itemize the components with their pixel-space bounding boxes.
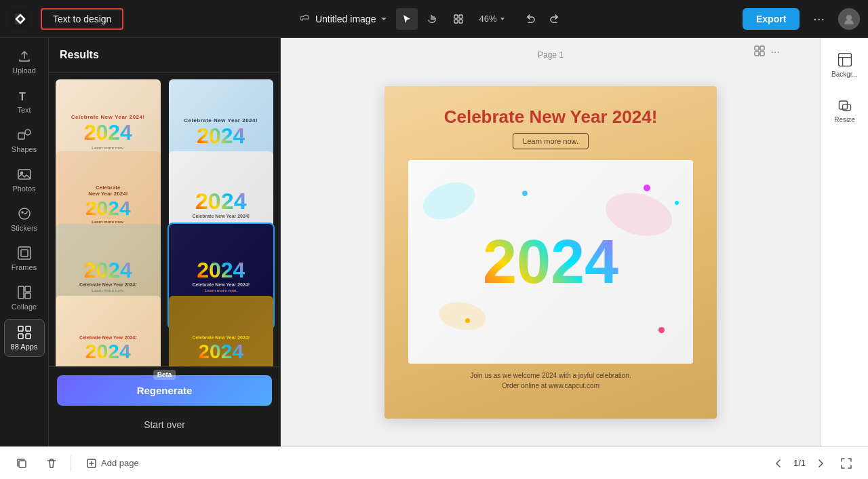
firework-dot bbox=[465, 318, 470, 323]
canvas-area: Page 1 ··· Celebrate New Year 2024! Lear… bbox=[281, 38, 821, 446]
stickers-icon bbox=[17, 206, 32, 221]
next-page-button[interactable] bbox=[811, 454, 830, 473]
page-nav: 1/1 bbox=[769, 453, 857, 474]
svg-point-5 bbox=[846, 15, 852, 20]
svg-point-12 bbox=[22, 212, 23, 213]
panel-bottom: Beta Regenerate Start over bbox=[49, 366, 280, 446]
svg-rect-1 bbox=[454, 15, 458, 18]
shapes-icon bbox=[17, 128, 32, 142]
panel-header: Results bbox=[49, 38, 280, 73]
redo-button[interactable] bbox=[544, 8, 566, 30]
fullscreen-button[interactable] bbox=[835, 453, 857, 474]
chevron-down-icon bbox=[499, 16, 506, 22]
sidebar-item-stickers[interactable]: Stickers bbox=[4, 201, 45, 237]
sidebar-item-apps[interactable]: 88 Apps bbox=[4, 319, 45, 357]
photos-icon bbox=[17, 167, 32, 182]
export-button[interactable]: Export bbox=[743, 8, 800, 30]
start-over-button[interactable]: Start over bbox=[57, 411, 272, 438]
svg-rect-18 bbox=[18, 326, 23, 331]
sidebar-item-upload[interactable]: Upload bbox=[4, 43, 45, 80]
firework-dot bbox=[644, 185, 650, 191]
svg-rect-16 bbox=[25, 286, 31, 292]
select-tool-button[interactable] bbox=[396, 8, 418, 30]
regenerate-button[interactable]: Beta Regenerate bbox=[57, 375, 272, 406]
sidebar-item-shapes[interactable]: Shapes bbox=[4, 122, 45, 159]
trash-icon bbox=[45, 457, 58, 470]
toolbar-icons: 46% bbox=[396, 8, 511, 30]
prev-page-button[interactable] bbox=[769, 454, 788, 473]
svg-rect-19 bbox=[26, 326, 31, 331]
svg-rect-23 bbox=[760, 46, 764, 50]
page-counter: 1/1 bbox=[793, 458, 806, 468]
sidebar-item-text[interactable]: T Text bbox=[4, 83, 45, 119]
template-card-7[interactable]: Celebrate New Year 2024! 2024 bbox=[54, 294, 162, 366]
add-page-button[interactable]: Add page bbox=[79, 454, 146, 473]
svg-rect-17 bbox=[25, 293, 31, 299]
svg-rect-24 bbox=[755, 52, 759, 56]
chevron-left-icon bbox=[774, 459, 783, 468]
svg-rect-20 bbox=[18, 334, 23, 339]
copy-icon bbox=[16, 457, 28, 470]
template-card-8[interactable]: Celebrate New Year 2024! 2024 bbox=[167, 294, 275, 366]
cloud-icon bbox=[300, 14, 311, 24]
topbar-center: Untitled image 46% bbox=[132, 8, 734, 30]
bottombar: Add page 1/1 bbox=[0, 446, 868, 479]
fullscreen-icon bbox=[840, 457, 852, 470]
svg-rect-25 bbox=[760, 52, 764, 56]
svg-rect-7 bbox=[18, 133, 24, 139]
chevron-down-icon bbox=[380, 15, 388, 23]
canvas-footer: Join us as we welcome 2024 with a joyful… bbox=[470, 372, 631, 392]
sidebar-item-frames[interactable]: Frames bbox=[4, 240, 45, 277]
svg-rect-21 bbox=[26, 334, 31, 339]
undo-button[interactable] bbox=[519, 8, 541, 30]
add-icon bbox=[86, 458, 97, 469]
sidebar-item-photos[interactable]: Photos bbox=[4, 161, 45, 198]
zoom-control[interactable]: 46% bbox=[473, 11, 511, 26]
topbar: Text to design Untitled image 46% bbox=[0, 0, 868, 38]
right-panel-resize[interactable]: Resize bbox=[827, 92, 863, 129]
canvas-cta-button: Learn more now. bbox=[513, 133, 589, 149]
svg-rect-13 bbox=[18, 247, 31, 259]
undo-redo bbox=[519, 8, 566, 30]
icon-sidebar: Upload T Text Shapes Photos Stickers Fra… bbox=[0, 38, 49, 446]
svg-point-8 bbox=[25, 130, 31, 135]
text-to-design-button[interactable]: Text to design bbox=[41, 8, 123, 30]
svg-rect-32 bbox=[19, 461, 26, 467]
more-options-button[interactable]: ··· bbox=[808, 8, 830, 29]
page-thumbnail-button[interactable] bbox=[753, 45, 766, 60]
sidebar-item-collage[interactable]: Collage bbox=[4, 280, 45, 316]
svg-rect-15 bbox=[18, 286, 24, 299]
canvas-image-box: 2024 bbox=[408, 160, 693, 364]
canvas-year: 2024 bbox=[483, 231, 618, 292]
right-panel: Backgr... Resize bbox=[821, 38, 868, 446]
svg-rect-29 bbox=[838, 54, 851, 66]
chevron-right-icon bbox=[816, 459, 825, 468]
frames-icon bbox=[17, 246, 32, 261]
canvas-scroll[interactable]: Celebrate New Year 2024! Learn more now. bbox=[281, 38, 821, 446]
firework-dot bbox=[522, 191, 528, 196]
delete-page-button[interactable] bbox=[41, 453, 62, 474]
right-panel-background[interactable]: Backgr... bbox=[827, 46, 863, 83]
main: Upload T Text Shapes Photos Stickers Fra… bbox=[0, 38, 868, 446]
svg-text:T: T bbox=[19, 91, 26, 102]
svg-point-26 bbox=[418, 176, 480, 226]
hand-tool-button[interactable] bbox=[422, 8, 443, 30]
svg-rect-2 bbox=[459, 15, 462, 18]
firework-dot bbox=[658, 327, 665, 333]
document-name[interactable]: Untitled image bbox=[300, 14, 389, 24]
svg-rect-4 bbox=[459, 20, 462, 23]
page-label: Page 1 bbox=[532, 49, 569, 61]
collage-icon bbox=[17, 285, 32, 300]
svg-rect-22 bbox=[755, 46, 759, 50]
divider bbox=[71, 455, 71, 472]
upload-icon bbox=[17, 49, 32, 64]
beta-badge: Beta bbox=[153, 370, 176, 380]
canvas-page: Celebrate New Year 2024! Learn more now. bbox=[384, 86, 717, 419]
background-icon bbox=[837, 52, 853, 68]
resize-icon bbox=[837, 97, 853, 113]
copy-page-button[interactable] bbox=[11, 453, 33, 474]
page-more-button[interactable]: ··· bbox=[771, 45, 780, 60]
canvas-headline: Celebrate New Year 2024! bbox=[444, 107, 658, 128]
layout-button[interactable] bbox=[448, 8, 469, 30]
svg-rect-14 bbox=[21, 250, 28, 256]
